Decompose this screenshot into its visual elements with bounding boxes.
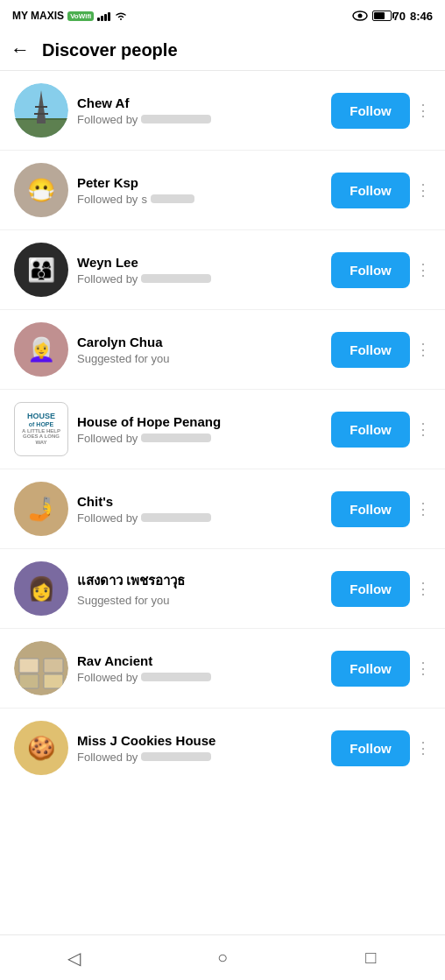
person-info: Miss J Cookies HouseFollowed by — [68, 733, 331, 764]
svg-rect-13 — [44, 674, 63, 688]
person-info: Carolyn ChuaSuggested for you — [68, 335, 331, 365]
more-button[interactable]: ⋮ — [410, 572, 436, 605]
person-name: Chit's — [77, 494, 322, 509]
person-info: House of Hope PenangFollowed by — [68, 414, 331, 445]
follow-button[interactable]: Follow — [331, 491, 410, 527]
status-right: 70 8:46 — [352, 10, 434, 23]
wifi-icon — [114, 11, 128, 21]
back-button[interactable]: ← — [11, 39, 30, 61]
battery: 70 — [372, 10, 406, 23]
list-item: 👩แสงดาว เพชรอาวุธSuggested for youFollow… — [0, 549, 445, 629]
home-nav-icon: ○ — [217, 948, 228, 968]
avatar: 🤳 — [14, 482, 68, 536]
status-bar: MY MAXIS VoWifi 70 8:46 — [0, 0, 445, 30]
top-nav: ← Discover people — [0, 30, 445, 71]
person-sub: Followed by — [77, 113, 322, 126]
person-sub: Followed by — [77, 511, 322, 525]
person-info: Chit'sFollowed by — [68, 494, 331, 525]
blurred-name — [141, 274, 211, 283]
person-info: Weyn LeeFollowed by — [68, 255, 331, 286]
person-sub: Suggested for you — [77, 594, 322, 607]
list-item: 👨‍👩‍👦Weyn LeeFollowed by Follow⋮ — [0, 230, 445, 310]
avatar: 👩‍🦳 — [14, 322, 68, 377]
more-button[interactable]: ⋮ — [410, 652, 436, 685]
svg-rect-12 — [19, 674, 39, 688]
recent-nav-icon: □ — [365, 948, 376, 968]
avatar: 👨‍👩‍👦 — [14, 243, 68, 297]
more-button[interactable]: ⋮ — [410, 173, 436, 207]
blurred-name — [151, 194, 194, 203]
battery-pct: 70 — [393, 10, 406, 23]
avatar — [14, 83, 68, 137]
list-item: Rav AncientFollowed by Follow⋮ — [0, 629, 445, 709]
blurred-name — [141, 673, 211, 681]
person-name: Peter Ksp — [77, 175, 322, 190]
list-item: 👩‍🦳Carolyn ChuaSuggested for youFollow⋮ — [0, 310, 445, 390]
blurred-name — [141, 513, 211, 522]
person-name: Carolyn Chua — [77, 335, 322, 349]
person-sub: Followed by s — [77, 193, 322, 206]
avatar: HOUSE of HOPE A LITTLE HELP GOES A LONG … — [14, 402, 68, 456]
avatar — [14, 641, 68, 695]
svg-point-1 — [357, 14, 362, 18]
list-item: 🍪Miss J Cookies HouseFollowed by Follow⋮ — [0, 709, 445, 787]
person-name: Rav Ancient — [77, 653, 322, 668]
avatar: 🍪 — [14, 721, 68, 775]
back-nav-icon: ◁ — [67, 948, 81, 969]
list-item: 😷Peter KspFollowed by sFollow⋮ — [0, 151, 445, 230]
follow-button[interactable]: Follow — [331, 571, 410, 607]
svg-rect-6 — [35, 106, 47, 108]
avatar: 👩 — [14, 561, 68, 616]
more-button[interactable]: ⋮ — [410, 492, 436, 525]
person-sub: Followed by — [77, 671, 322, 684]
more-button[interactable]: ⋮ — [410, 253, 436, 286]
svg-rect-7 — [34, 113, 48, 115]
vowifi-badge: VoWifi — [67, 11, 94, 21]
person-sub: Followed by — [77, 272, 322, 286]
signal-bars — [97, 11, 110, 21]
person-sub: Followed by — [77, 432, 322, 445]
people-list: Chew AfFollowed by Follow⋮😷Peter KspFoll… — [0, 71, 445, 787]
list-item: Chew AfFollowed by Follow⋮ — [0, 71, 445, 151]
person-name: Chew Af — [77, 95, 322, 110]
person-info: แสงดาว เพชรอาวุธSuggested for you — [68, 570, 331, 607]
person-info: Peter KspFollowed by s — [68, 175, 331, 206]
nav-recent-button[interactable]: □ — [349, 941, 392, 976]
follow-button[interactable]: Follow — [331, 412, 410, 448]
nav-home-button[interactable]: ○ — [201, 941, 244, 976]
blurred-name — [141, 434, 211, 442]
time-display: 8:46 — [410, 10, 433, 23]
person-name: House of Hope Penang — [77, 414, 322, 429]
battery-icon — [372, 11, 392, 21]
eye-icon — [352, 10, 368, 22]
more-button[interactable]: ⋮ — [410, 731, 436, 765]
more-button[interactable]: ⋮ — [410, 333, 436, 366]
nav-back-button[interactable]: ◁ — [53, 941, 96, 976]
follow-button[interactable]: Follow — [331, 252, 410, 288]
svg-rect-11 — [44, 659, 63, 673]
more-button[interactable]: ⋮ — [410, 94, 436, 127]
follow-button[interactable]: Follow — [331, 332, 410, 368]
person-name: แสงดาว เพชรอาวุธ — [77, 570, 322, 591]
list-item: HOUSE of HOPE A LITTLE HELP GOES A LONG … — [0, 390, 445, 469]
avatar: 😷 — [14, 163, 68, 217]
follow-button[interactable]: Follow — [331, 730, 410, 766]
more-button[interactable]: ⋮ — [410, 412, 436, 446]
person-name: Miss J Cookies House — [77, 733, 322, 748]
follow-button[interactable]: Follow — [331, 173, 410, 208]
svg-rect-8 — [37, 120, 46, 123]
person-info: Rav AncientFollowed by — [68, 653, 331, 684]
follow-button[interactable]: Follow — [331, 651, 410, 687]
bottom-nav: ◁ ○ □ — [0, 934, 445, 980]
svg-rect-10 — [19, 659, 39, 673]
person-info: Chew AfFollowed by — [68, 95, 331, 126]
person-name: Weyn Lee — [77, 255, 322, 270]
carrier-name: MY MAXIS — [12, 10, 64, 22]
person-sub: Suggested for you — [77, 352, 322, 365]
person-sub: Followed by — [77, 751, 322, 764]
page-title: Discover people — [42, 40, 178, 60]
follow-button[interactable]: Follow — [331, 93, 410, 129]
blurred-name — [141, 115, 211, 123]
carrier-info: MY MAXIS VoWifi — [12, 10, 128, 22]
blurred-name — [141, 752, 211, 761]
